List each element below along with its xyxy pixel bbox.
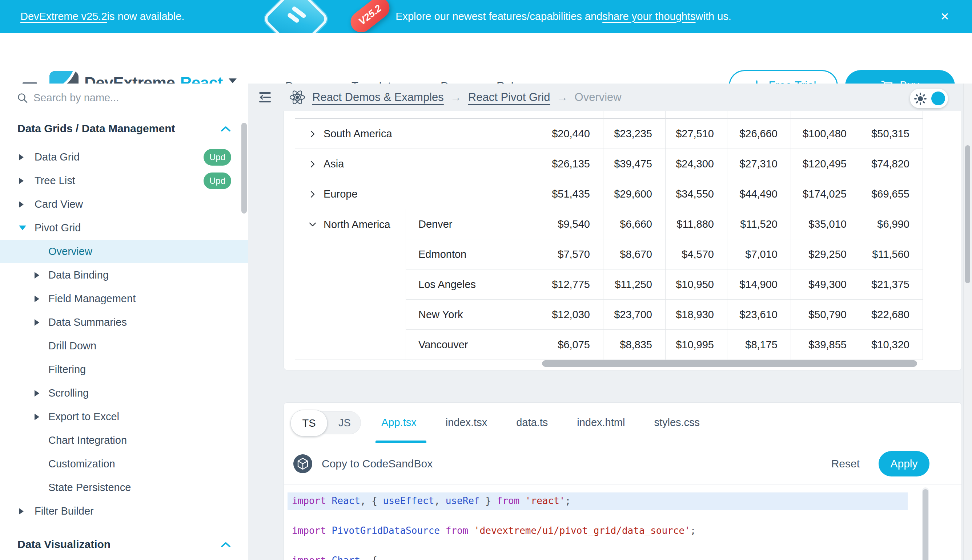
pivot-row-header-asia[interactable]: Asia xyxy=(295,149,541,179)
chevron-up-icon xyxy=(221,542,231,548)
code-token: ; xyxy=(690,525,696,536)
sidebar-item-customization[interactable]: Customization xyxy=(0,452,248,476)
sidebar-item-scrolling[interactable]: Scrolling xyxy=(0,381,248,405)
code-token: import xyxy=(292,555,326,560)
file-tab-data-ts[interactable]: data.ts xyxy=(516,417,548,428)
chevron-right-icon xyxy=(35,390,39,397)
pivot-value-cell: $74,820 xyxy=(860,149,923,179)
sidebar-item-export-to-excel[interactable]: Export to Excel xyxy=(0,405,248,428)
theme-toggle[interactable] xyxy=(910,88,948,108)
sidebar-item-drill-down[interactable]: Drill Down xyxy=(0,334,248,358)
pivot-value-cell: $29,250 xyxy=(791,239,860,270)
sidebar-item-overview[interactable]: Overview xyxy=(0,240,248,263)
file-tab-app-tsx[interactable]: App.tsx xyxy=(381,417,417,428)
sidebar: Search by name... Data Grids / Data Mana… xyxy=(0,83,248,560)
pivot-row-header-north-america[interactable]: North America xyxy=(295,209,406,360)
chevron-right-icon xyxy=(19,154,23,160)
row-expanded-chevron-icon[interactable] xyxy=(308,220,317,229)
page-scrollbar-thumb[interactable] xyxy=(965,145,970,283)
pivot-value-cell: $8,835 xyxy=(604,330,666,360)
language-toggle[interactable]: TS JS xyxy=(291,411,361,434)
framework-dropdown-caret-icon[interactable] xyxy=(229,78,237,83)
main-content: React Demos & Examples → React Pivot Gri… xyxy=(248,83,972,560)
row-collapsed-chevron-icon[interactable] xyxy=(308,190,317,198)
sidebar-item-filter-builder[interactable]: Filter Builder xyxy=(0,499,248,523)
collapse-sidebar-icon[interactable] xyxy=(259,92,271,103)
pivot-row-header-south-america[interactable]: South America xyxy=(295,119,541,149)
reset-button[interactable]: Reset xyxy=(831,458,860,470)
code-token xyxy=(519,495,525,506)
file-tab-styles-css[interactable]: styles.css xyxy=(654,417,700,428)
section-header-data-grids[interactable]: Data Grids / Data Management xyxy=(0,112,248,145)
apply-button[interactable]: Apply xyxy=(878,451,930,477)
copy-to-codesandbox-label[interactable]: Copy to CodeSandBox xyxy=(322,458,433,470)
row-collapsed-chevron-icon[interactable] xyxy=(308,130,317,138)
code-token xyxy=(326,495,332,506)
file-tab-index-tsx[interactable]: index.tsx xyxy=(446,417,487,428)
code-token: PivotGridDataSource xyxy=(332,525,440,536)
pivot-grid-table: South America$20,440$23,235$27,510$26,66… xyxy=(295,111,923,360)
pivot-value-cell: $100,480 xyxy=(791,119,860,149)
breadcrumb-link-pivot-grid[interactable]: React Pivot Grid xyxy=(468,91,550,104)
share-your-thoughts-link[interactable]: share your thoughts xyxy=(602,10,695,23)
pivot-value-cell: $23,700 xyxy=(604,300,666,330)
sidebar-item-label: Overview xyxy=(49,245,92,257)
pivot-row-header-europe[interactable]: Europe xyxy=(295,179,541,209)
sidebar-item-chart-integration[interactable]: Chart Integration xyxy=(0,428,248,452)
chevron-up-icon xyxy=(221,126,231,132)
sidebar-item-label: Filtering xyxy=(49,363,86,375)
pivot-value-cell: $21,375 xyxy=(860,270,923,300)
code-token: ; xyxy=(565,495,571,506)
sidebar-item-data-binding[interactable]: Data Binding xyxy=(0,263,248,287)
language-option-js[interactable]: JS xyxy=(330,412,360,434)
code-editor[interactable]: import React, { useEffect, useRef } from… xyxy=(284,484,962,560)
code-token: import xyxy=(292,525,326,536)
search-input[interactable]: Search by name... xyxy=(0,83,248,112)
section-title: Data Visualization xyxy=(17,538,110,550)
search-icon xyxy=(17,92,28,104)
pivot-horizontal-scrollbar-thumb[interactable] xyxy=(542,360,917,367)
banner-close-icon[interactable]: ✕ xyxy=(937,9,952,24)
sidebar-item-tree-list[interactable]: Tree ListUpd xyxy=(0,169,248,192)
pivot-value-cell: $14,900 xyxy=(728,270,791,300)
code-line: import PivotGridDataSource from 'devextr… xyxy=(292,523,696,538)
sidebar-scrollbar-thumb[interactable] xyxy=(241,123,247,213)
pivot-value-cell: $9,540 xyxy=(541,209,604,239)
file-tab-index-html[interactable]: index.html xyxy=(577,417,625,428)
language-option-ts[interactable]: TS xyxy=(290,410,328,437)
code-tab-bar: TS JS App.tsxindex.tsxdata.tsindex.htmls… xyxy=(284,403,962,443)
pivot-value-cell: $50,790 xyxy=(791,300,860,330)
sidebar-item-data-summaries[interactable]: Data Summaries xyxy=(0,310,248,334)
sidebar-item-card-view[interactable]: Card View xyxy=(0,192,248,216)
pivot-value-cell: $4,570 xyxy=(666,239,728,270)
sidebar-item-state-persistence[interactable]: State Persistence xyxy=(0,476,248,499)
sidebar-item-filtering[interactable]: Filtering xyxy=(0,358,248,381)
code-token: useRef xyxy=(446,495,480,506)
breadcrumb: React Demos & Examples → React Pivot Gri… xyxy=(289,83,622,111)
pivot-value-cell: $6,660 xyxy=(604,209,666,239)
sidebar-item-data-grid[interactable]: Data GridUpd xyxy=(0,145,248,169)
pivot-value-cell: $44,490 xyxy=(728,179,791,209)
code-panel: TS JS App.tsxindex.tsxdata.tsindex.htmls… xyxy=(284,402,962,560)
codesandbox-icon[interactable] xyxy=(293,454,312,473)
pivot-value-cell: $24,300 xyxy=(666,149,728,179)
sidebar-item-field-management[interactable]: Field Management xyxy=(0,287,248,310)
row-collapsed-chevron-icon[interactable] xyxy=(308,160,317,168)
pivot-value-cell xyxy=(541,111,604,119)
sidebar-item-list: Data GridUpdTree ListUpdCard ViewPivot G… xyxy=(0,145,248,523)
theme-toggle-knob[interactable] xyxy=(931,92,945,105)
breadcrumb-link-demos[interactable]: React Demos & Examples xyxy=(312,91,444,104)
sidebar-item-pivot-grid[interactable]: Pivot Grid xyxy=(0,216,248,240)
banner-announcement: DevExtreme v25.2 is now available. xyxy=(20,0,184,33)
chevron-right-icon xyxy=(35,319,39,326)
code-token: , { xyxy=(360,495,383,506)
pivot-row-europe: Europe$51,435$29,600$34,550$44,490$174,0… xyxy=(295,179,923,209)
code-scrollbar-thumb[interactable] xyxy=(923,489,929,560)
pivot-city-rows: Denver$9,540$6,660$11,880$11,520$35,010$… xyxy=(406,209,923,360)
pivot-value-cell: $8,175 xyxy=(728,330,791,360)
sun-icon xyxy=(914,93,927,105)
banner-version-link[interactable]: DevExtreme v25.2 xyxy=(20,10,107,23)
pivot-clipped-row xyxy=(295,111,923,119)
code-token: } xyxy=(480,495,497,506)
section-header-data-visualization[interactable]: Data Visualization xyxy=(0,528,248,560)
